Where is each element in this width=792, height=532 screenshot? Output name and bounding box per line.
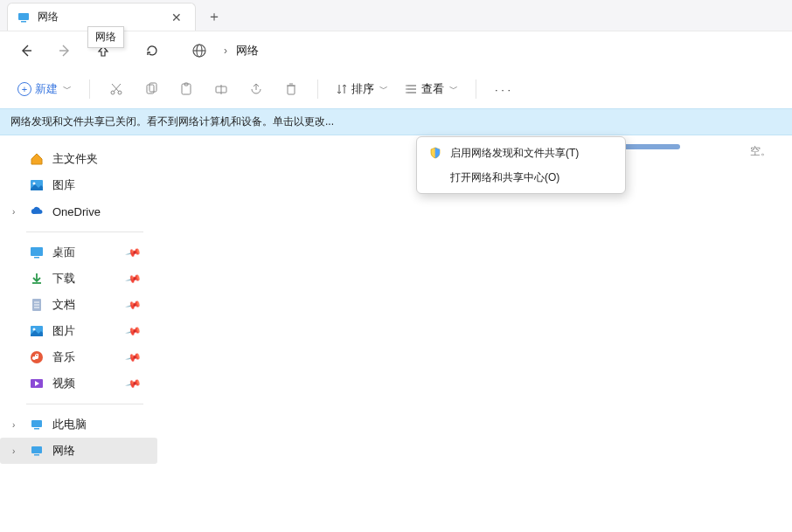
sidebar-label: 此电脑	[52, 417, 87, 432]
tab-title: 网络	[38, 10, 167, 24]
sidebar-item-downloads[interactable]: 下载 📌	[0, 266, 157, 292]
svg-rect-1	[21, 21, 26, 23]
chevron-right-icon: ›	[12, 420, 15, 430]
back-button[interactable]	[9, 37, 44, 65]
sort-label: 排序	[351, 81, 374, 97]
new-tab-button[interactable]: ＋	[199, 3, 229, 31]
separator	[26, 404, 143, 404]
content-pane: 空。	[157, 135, 792, 532]
sidebar-label: 下载	[52, 271, 75, 287]
sidebar-item-thispc[interactable]: › 此电脑	[0, 411, 157, 438]
location-icon[interactable]	[184, 37, 215, 65]
new-button[interactable]: + 新建 ﹀	[12, 76, 77, 102]
copy-button[interactable]	[137, 76, 165, 102]
breadcrumb-separator: ›	[219, 45, 233, 57]
network-discovery-banner[interactable]: 网络发现和文件共享已关闭。看不到网络计算机和设备。单击以更改...	[0, 108, 792, 135]
delete-button[interactable]	[277, 76, 305, 102]
refresh-button[interactable]	[135, 37, 170, 65]
sidebar: 主文件夹 图库 › OneDrive 桌面 📌 下载 📌 文档 📌	[0, 135, 157, 532]
plus-circle-icon: +	[17, 82, 31, 96]
home-icon	[30, 152, 44, 166]
ellipsis-icon: · · ·	[495, 83, 511, 96]
chevron-right-icon: ›	[12, 207, 15, 217]
sidebar-label: 主文件夹	[52, 151, 98, 167]
toolbar: + 新建 ﹀ 排序 ﹀ 查看 ﹀ · · ·	[0, 70, 792, 108]
tab-tooltip: 网络	[87, 26, 124, 48]
separator	[89, 79, 90, 99]
pin-icon: 📌	[125, 375, 142, 392]
video-icon	[30, 377, 44, 390]
cut-button[interactable]	[102, 76, 130, 102]
separator	[26, 231, 143, 232]
svg-rect-38	[34, 454, 39, 456]
view-button[interactable]: 查看 ﹀	[400, 76, 463, 102]
separator	[476, 79, 476, 99]
more-button[interactable]: · · ·	[489, 76, 517, 102]
pin-icon: 📌	[125, 296, 142, 314]
svg-rect-0	[18, 13, 29, 20]
menu-item-label: 打开网络和共享中心(O)	[450, 170, 559, 185]
desktop-icon	[30, 245, 44, 259]
sidebar-label: 视频	[52, 376, 75, 391]
sidebar-label: OneDrive	[52, 205, 101, 218]
svg-rect-36	[34, 428, 39, 430]
sidebar-label: 桌面	[52, 245, 75, 260]
document-icon	[30, 298, 44, 312]
svg-rect-37	[31, 446, 42, 453]
context-menu: 启用网络发现和文件共享(T) 打开网络和共享中心(O)	[416, 136, 626, 194]
rename-button[interactable]	[207, 76, 235, 102]
sidebar-label: 文档	[52, 297, 75, 313]
svg-point-21	[406, 92, 406, 93]
menu-enable-network-discovery[interactable]: 启用网络发现和文件共享(T)	[417, 141, 625, 165]
chevron-down-icon: ﹀	[379, 83, 388, 95]
share-button[interactable]	[242, 76, 270, 102]
svg-rect-35	[31, 420, 42, 427]
sidebar-label: 图片	[52, 323, 75, 339]
separator	[317, 79, 318, 99]
chevron-down-icon: ﹀	[449, 83, 458, 95]
sidebar-label: 图库	[52, 177, 75, 193]
svg-point-19	[406, 85, 406, 86]
shield-icon	[429, 147, 441, 159]
sidebar-item-gallery[interactable]: 图库	[0, 172, 157, 198]
menu-open-sharing-center[interactable]: 打开网络和共享中心(O)	[417, 165, 625, 190]
empty-hint: 空。	[750, 144, 771, 159]
pin-icon: 📌	[125, 322, 142, 340]
menu-item-label: 启用网络发现和文件共享(T)	[450, 146, 579, 161]
sidebar-item-music[interactable]: 音乐 📌	[0, 344, 157, 370]
forward-button[interactable]	[47, 37, 82, 65]
sidebar-label: 网络	[52, 443, 75, 459]
new-label: 新建	[35, 81, 58, 97]
paste-button[interactable]	[172, 76, 200, 102]
sidebar-item-videos[interactable]: 视频 📌	[0, 370, 157, 397]
sidebar-item-network[interactable]: › 网络	[0, 438, 157, 464]
banner-message: 网络发现和文件共享已关闭。看不到网络计算机和设备。单击以更改...	[10, 115, 334, 128]
pin-icon: 📌	[125, 244, 142, 261]
sidebar-item-pictures[interactable]: 图片 📌	[0, 318, 157, 344]
chevron-right-icon: ›	[12, 446, 15, 456]
sidebar-item-desktop[interactable]: 桌面 📌	[0, 239, 157, 266]
gallery-icon	[30, 178, 44, 192]
download-icon	[30, 272, 44, 286]
pin-icon: 📌	[125, 270, 142, 287]
network-icon	[30, 444, 44, 458]
chevron-down-icon: ﹀	[63, 83, 72, 95]
sidebar-item-onedrive[interactable]: › OneDrive	[0, 198, 157, 225]
breadcrumb-location[interactable]: 网络	[236, 43, 259, 59]
svg-point-20	[406, 88, 406, 89]
pictures-icon	[30, 324, 44, 338]
music-icon	[30, 350, 44, 364]
pc-icon	[30, 418, 44, 432]
sidebar-label: 音乐	[52, 349, 75, 365]
sidebar-item-home[interactable]: 主文件夹	[0, 146, 157, 172]
svg-rect-24	[31, 247, 43, 256]
sort-button[interactable]: 排序 ﹀	[330, 76, 393, 102]
pin-icon: 📌	[125, 349, 142, 366]
network-icon	[17, 10, 31, 24]
view-label: 查看	[421, 81, 444, 97]
tab-close-button[interactable]: ✕	[167, 8, 186, 27]
cloud-icon	[30, 204, 44, 218]
svg-rect-25	[34, 257, 39, 259]
sidebar-item-documents[interactable]: 文档 📌	[0, 292, 157, 318]
svg-rect-13	[288, 86, 295, 94]
